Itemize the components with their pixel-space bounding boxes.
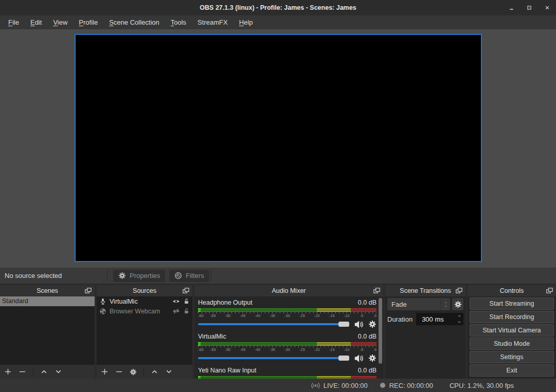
toolbar-separator [107,270,107,281]
controls-header[interactable]: Controls [468,285,556,296]
close-button[interactable] [544,4,551,11]
controls-title: Controls [500,287,524,294]
preview-area [0,29,556,268]
visibility-eye-off-icon[interactable] [172,307,180,315]
channel-settings-gear-icon[interactable] [368,320,376,328]
popout-icon[interactable] [455,287,463,294]
mixer-scrollbar[interactable] [379,298,382,364]
controls-body: Start Streaming Start Recording Start Vi… [468,296,556,379]
remove-scene-button[interactable] [19,368,26,376]
add-source-button[interactable] [101,368,109,376]
chevron-up-icon [444,301,448,304]
properties-button[interactable]: Properties [113,270,165,282]
speaker-mute-icon[interactable] [354,320,364,329]
menu-tools[interactable]: Tools [165,15,192,29]
live-time: LIVE: 00:00:00 [324,382,368,389]
maximize-button[interactable] [526,4,533,11]
audio-mixer-title: Audio Mixer [272,287,306,294]
scene-transitions-body: Fade Duration 300 ms [385,296,465,327]
popout-icon[interactable] [182,287,190,294]
window-controls [508,0,551,15]
audio-mixer-body: Headphone Output 0.0 dB -60-55-50-45-40-… [194,296,383,379]
settings-button[interactable]: Settings [470,351,554,363]
obs-window: OBS 27.1.3 (linux) - Profile: James - Sc… [0,0,556,392]
move-source-down-button[interactable] [165,368,173,376]
filters-button[interactable]: Filters [169,270,209,282]
transition-selected-value: Fade [387,301,441,308]
start-recording-button[interactable]: Start Recording [470,311,554,323]
menu-file[interactable]: File [3,15,25,29]
duration-label: Duration [387,315,412,323]
exit-button[interactable]: Exit [470,364,554,377]
start-virtual-camera-button[interactable]: Start Virtual Camera [470,324,554,337]
menu-bar: File Edit View Profile Scene Collection … [0,15,556,29]
duration-value: 300 ms [416,313,455,325]
sources-list: VirtualMic Browser Webcam [97,296,192,365]
popout-icon[interactable] [373,287,381,294]
toolbar-separator [211,270,211,281]
volume-slider[interactable] [198,357,349,359]
duration-decrement-button[interactable] [455,319,463,325]
window-title: OBS 27.1.3 (linux) - Profile: James - Sc… [200,4,356,11]
move-source-up-button[interactable] [151,368,158,376]
scenes-header[interactable]: Scenes [0,285,95,296]
move-scene-down-button[interactable] [55,368,62,376]
mixer-channel-virtualmic: VirtualMic 0.0 dB -60-55-50-45-40-35-30-… [198,331,376,363]
move-scene-up-button[interactable] [40,368,48,376]
menu-profile[interactable]: Profile [73,15,103,29]
volume-slider-handle[interactable] [338,322,349,327]
filters-button-label: Filters [186,272,204,279]
toolbar-separator [144,367,144,377]
audio-mixer-header[interactable]: Audio Mixer [194,285,383,296]
transition-select[interactable]: Fade [387,298,450,310]
chevron-down-icon [444,305,448,308]
popout-icon[interactable] [84,287,92,294]
source-name: Browser Webcam [110,308,169,315]
rec-status: REC: 00:00:00 [380,382,433,389]
dock-area: Scenes Standard Sources [0,285,556,379]
lock-open-icon[interactable] [183,298,190,305]
globe-icon [99,308,106,315]
duration-spinbox[interactable]: 300 ms [416,313,463,325]
studio-mode-button[interactable]: Studio Mode [470,338,554,350]
duration-increment-button[interactable] [455,313,463,319]
transition-settings-button[interactable] [452,298,463,310]
scene-transitions-title: Scene Transitions [400,287,451,294]
volume-slider-handle[interactable] [338,356,349,361]
scene-item-standard[interactable]: Standard [0,296,95,306]
minimize-button[interactable] [508,4,515,11]
channel-level: 0.0 dB [358,366,376,375]
remove-source-button[interactable] [115,368,123,376]
volume-slider[interactable] [198,323,349,325]
menu-edit[interactable]: Edit [25,15,47,29]
chevron-up-icon [457,314,462,318]
source-item-virtualmic[interactable]: VirtualMic [97,296,192,306]
popout-icon[interactable] [546,287,553,294]
scene-transitions-header[interactable]: Scene Transitions [385,285,465,296]
sources-header[interactable]: Sources [97,285,192,296]
menu-scene-collection[interactable]: Scene Collection [103,15,165,29]
lock-open-icon[interactable] [183,308,190,314]
menu-view[interactable]: View [47,15,73,29]
menu-streamfx[interactable]: StreamFX [192,15,234,29]
visibility-eye-icon[interactable] [172,297,180,305]
start-streaming-button[interactable]: Start Streaming [470,297,554,310]
transition-select-arrows[interactable] [441,298,450,310]
scene-transitions-panel: Scene Transitions Fade [385,285,465,379]
source-properties-gear-button[interactable] [130,368,137,376]
meter-scale: -60-55-50-45-40-35-30-25-20-15-10-50 [198,312,376,319]
scenes-toolbar [0,365,95,379]
volume-meter [198,376,376,379]
title-bar: OBS 27.1.3 (linux) - Profile: James - Sc… [0,0,556,15]
source-name: VirtualMic [110,298,169,305]
cpu-fps-stats: CPU: 1.2%, 30.00 fps [450,382,514,389]
channel-settings-gear-icon[interactable] [368,354,376,362]
preview-canvas[interactable] [75,34,482,262]
menu-help[interactable]: Help [234,15,259,29]
source-item-browser-webcam[interactable]: Browser Webcam [97,306,192,316]
sources-panel: Sources VirtualMic Browser Webcam [97,285,192,379]
channel-name: Yeti Nano Raw Input [198,366,257,375]
sources-toolbar [97,365,192,379]
speaker-mute-icon[interactable] [354,353,364,363]
add-scene-button[interactable] [4,368,12,376]
